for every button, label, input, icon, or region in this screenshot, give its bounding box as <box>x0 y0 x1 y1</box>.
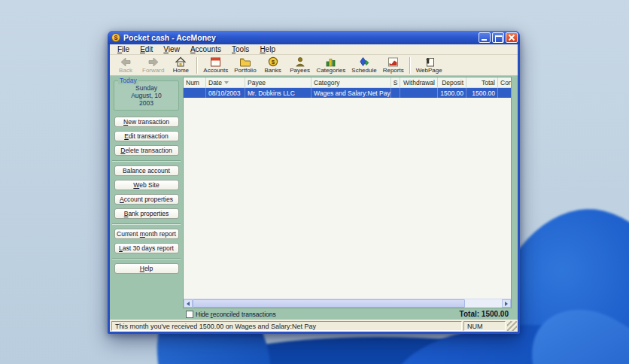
scroll-right-button[interactable] <box>502 299 511 308</box>
cell-s <box>391 88 400 98</box>
scrollbar-track[interactable] <box>193 299 502 308</box>
new-transaction-button[interactable]: New transaction <box>114 117 179 127</box>
horizontal-scrollbar[interactable] <box>184 299 511 308</box>
transaction-row-selected[interactable]: 08/10/2003 Mr. Dobkins LLC Wages and Sal… <box>184 88 511 98</box>
toolbar-separator <box>409 57 411 74</box>
close-x-icon <box>508 34 515 41</box>
menu-edit[interactable]: Edit <box>135 45 157 53</box>
column-header-withdrawal[interactable]: Withdrawal <box>400 77 438 87</box>
sidebar-group-separator <box>112 223 181 225</box>
last-30-days-report-button[interactable]: Last 30 days report <box>114 243 179 253</box>
transaction-list: Num Date Payee Category S Withdrawal Dep… <box>183 77 512 308</box>
toolbar: Back Forward Home Accounts <box>110 55 518 76</box>
cell-total: 1500.00 <box>466 88 498 98</box>
menu-accounts[interactable]: Accounts <box>186 45 226 53</box>
list-empty-area[interactable] <box>184 98 511 299</box>
hide-reconciled-label[interactable]: Hide reconciled transactions <box>196 311 460 318</box>
home-icon <box>175 56 187 67</box>
sort-indicator-icon <box>224 81 229 84</box>
cell-payee: Mr. Dobkins LLC <box>245 88 311 98</box>
sidebar-group-separator <box>112 160 181 162</box>
total-amount: Total: 1500.00 <box>460 310 509 318</box>
column-header-num[interactable]: Num <box>184 77 206 87</box>
column-header-comment[interactable]: Con <box>498 77 511 87</box>
cell-withdrawal <box>400 88 438 98</box>
payees-person-icon <box>295 56 305 67</box>
accounts-button[interactable]: Accounts <box>200 56 231 75</box>
list-footer-row: Hide reconciled transactions Total: 1500… <box>183 308 512 320</box>
cell-category: Wages and Salary:Net Pay <box>311 88 391 98</box>
banks-coin-icon: $ <box>268 56 278 67</box>
menu-view[interactable]: View <box>159 45 184 53</box>
payees-button[interactable]: Payees <box>287 56 314 75</box>
maximize-button[interactable] <box>492 32 504 43</box>
cell-deposit: 1500.00 <box>438 88 466 98</box>
reports-button[interactable]: Reports <box>380 56 407 75</box>
sidebar: Today Sunday August, 10 2003 New transac… <box>110 76 183 320</box>
column-header-category[interactable]: Category <box>311 77 391 87</box>
schedule-icon <box>358 56 369 67</box>
portfolio-button[interactable]: Portfolio <box>231 56 259 75</box>
webpage-button[interactable]: WebPage <box>413 56 445 75</box>
cell-num <box>184 88 206 98</box>
today-date-box: Today Sunday August, 10 2003 <box>114 80 179 111</box>
num-lock-indicator: NUM <box>463 321 506 331</box>
scrollbar-thumb[interactable] <box>193 299 465 308</box>
webpage-icon <box>424 56 435 67</box>
cell-date: 08/10/2003 <box>206 88 245 98</box>
minimize-button[interactable] <box>479 32 491 43</box>
resize-grip[interactable] <box>507 321 517 331</box>
banks-button[interactable]: $ Banks <box>260 56 287 75</box>
sidebar-group-separator <box>112 258 181 259</box>
today-month-day: August, 10 <box>131 92 162 99</box>
categories-button[interactable]: Categories <box>314 56 349 75</box>
cell-comment <box>498 88 511 98</box>
home-button[interactable]: Home <box>167 56 194 75</box>
accounts-icon <box>210 56 221 67</box>
schedule-button[interactable]: Schedule <box>348 56 379 75</box>
column-header-date[interactable]: Date <box>206 77 245 87</box>
toolbar-separator <box>196 57 198 74</box>
today-weekday: Sunday <box>135 84 157 92</box>
menu-tools[interactable]: Tools <box>227 45 254 53</box>
today-label: Today <box>118 77 138 84</box>
edit-transaction-button[interactable]: Edit transaction <box>114 131 179 141</box>
hide-reconciled-checkbox[interactable] <box>186 311 193 318</box>
delete-transaction-button[interactable]: Delete transaction <box>114 145 179 156</box>
forward-button[interactable]: Forward <box>139 56 167 75</box>
column-header-s[interactable]: S <box>391 77 400 87</box>
menu-help[interactable]: Help <box>255 45 280 53</box>
window-title: Pocket cash - AceMoney <box>123 33 479 42</box>
current-month-report-button[interactable]: Current month report <box>114 229 179 239</box>
scroll-left-button[interactable] <box>184 299 193 308</box>
column-header-total[interactable]: Total <box>466 77 498 87</box>
categories-barchart-icon <box>325 56 336 67</box>
status-message: This month you've received 1500.00 on Wa… <box>111 321 462 331</box>
bank-properties-button[interactable]: Bank properties <box>114 208 179 219</box>
account-properties-button[interactable]: Account properties <box>114 194 179 205</box>
back-arrow-icon <box>120 56 132 67</box>
scroll-left-arrow-icon <box>187 302 190 306</box>
scroll-right-arrow-icon <box>505 302 508 306</box>
balance-account-button[interactable]: Balance account <box>114 165 179 176</box>
reports-chart-icon <box>387 56 399 67</box>
status-bar: This month you've received 1500.00 on Wa… <box>110 320 518 332</box>
forward-arrow-icon <box>147 56 160 67</box>
help-button[interactable]: Help <box>114 263 179 274</box>
app-dollar-icon[interactable]: $ <box>111 33 120 42</box>
menu-bar: File Edit View Accounts Tools Help <box>110 44 518 55</box>
portfolio-folder-icon <box>239 56 251 67</box>
title-bar[interactable]: $ Pocket cash - AceMoney <box>108 31 520 44</box>
list-header-row: Num Date Payee Category S Withdrawal Dep… <box>184 77 511 88</box>
web-site-button[interactable]: Web Site <box>114 180 179 190</box>
column-header-deposit[interactable]: Deposit <box>438 77 466 87</box>
today-year: 2003 <box>139 99 153 107</box>
menu-file[interactable]: File <box>113 45 134 53</box>
close-button[interactable] <box>506 32 518 43</box>
back-button[interactable]: Back <box>112 56 139 75</box>
svg-text:$: $ <box>271 59 275 65</box>
acemoney-window: $ Pocket cash - AceMoney File Edit View … <box>108 31 520 334</box>
column-header-payee[interactable]: Payee <box>245 77 311 87</box>
